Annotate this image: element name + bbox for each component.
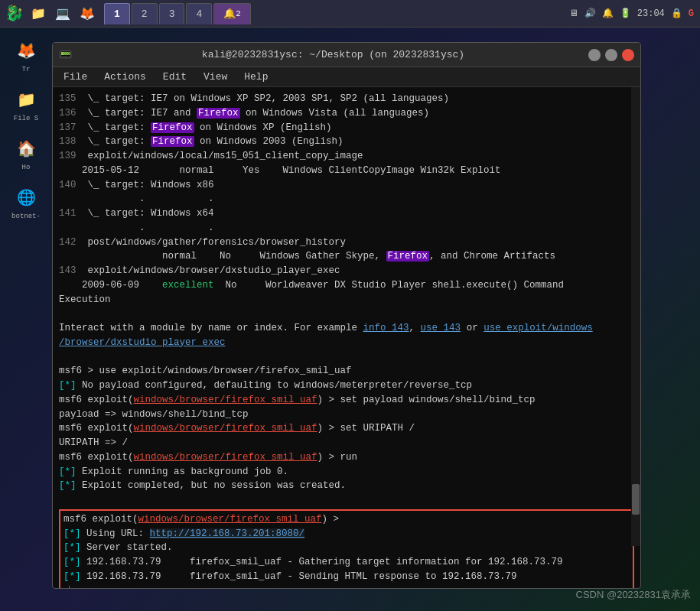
line-exploit2: [*] Exploit completed, but no session wa… [59, 479, 634, 493]
menu-help[interactable]: Help [236, 70, 275, 84]
line-gather: [*] 192.168.73.79 firefox_smil_uaf - Gat… [63, 555, 630, 570]
line-use1: msf6 > use exploit/windows/browser/firef… [59, 364, 634, 379]
line-interact2: /browser/dxstudio_player_exec [59, 336, 634, 350]
line-135: 135 \_ target: IE7 on Windows XP SP2, 20… [59, 92, 634, 106]
line-html: [*] 192.168.73.79 firefox_smil_uaf - Sen… [63, 570, 630, 584]
taskbar-g-icon: G [689, 8, 694, 19]
botnet-icon: 🌐 [12, 184, 40, 211]
watermark: CSDN @20232831袁承承 [576, 588, 691, 602]
exploit-link-1: windows/browser/firefox_smil_uaf [134, 395, 317, 405]
use-link[interactable]: use 143 [421, 323, 461, 333]
sidebar-item-files[interactable]: 📁 File S [3, 83, 49, 125]
line-143c: Execution [59, 293, 634, 307]
exploit-link-3: windows/browser/firefox_smil_uaf [134, 452, 317, 463]
line-prompt1: msf6 exploit(windows/browser/firefox_smi… [63, 512, 630, 527]
terminal-title-icon: 📟 [53, 48, 78, 61]
line-blank1 [59, 307, 634, 321]
red-border-section: msf6 exploit(windows/browser/firefox_smi… [59, 509, 634, 588]
firefox-badge-3: Firefox [151, 136, 194, 147]
line-cursor: █ [63, 584, 630, 589]
terminal-window: 📟 kali@20232831ysc: ~/Desktop (on 202328… [52, 42, 641, 589]
line-run: msf6 exploit(windows/browser/firefox_smi… [59, 450, 634, 465]
tab-2[interactable]: 2 [132, 3, 158, 24]
sidebar-item-home[interactable]: 🏠 Ho [3, 132, 49, 174]
msf-prompt-1: msf6 > use exploit/windows/browser/firef… [59, 366, 352, 376]
terminal-icon[interactable]: 💻 [52, 3, 73, 24]
line-set2: msf6 exploit(windows/browser/firefox_smi… [59, 421, 634, 436]
excellent-text: excellent [162, 280, 214, 291]
sidebar-item-browser[interactable]: 🦊 Tr [3, 34, 49, 76]
sidebar-label-files: File S [14, 115, 38, 122]
url-link[interactable]: http://192.168.73.201:8080/ [150, 528, 305, 539]
exploit-link-2: windows/browser/firefox_smil_uaf [134, 423, 317, 434]
line-url: [*] Using URL: http://192.168.73.201:808… [63, 527, 630, 541]
home-icon: 🏠 [12, 135, 40, 162]
browser-icon: 🦊 [12, 37, 40, 64]
terminal-title: kali@20232831ysc: ~/Desktop (on 20232831… [78, 49, 588, 60]
scroll-thumb[interactable] [632, 484, 640, 515]
taskbar-battery-icon: 🔋 [620, 8, 631, 19]
sidebar: 🦊 Tr 📁 File S 🏠 Ho 🌐 botnet- [0, 28, 52, 611]
line-141-dots: . . [59, 221, 634, 236]
sidebar-label-tr: Tr [22, 66, 31, 73]
firefox-taskbar-icon[interactable]: 🦊 [77, 3, 98, 24]
browser-link[interactable]: /browser/dxstudio_player_exec [59, 337, 226, 348]
terminal-content[interactable]: 135 \_ target: IE7 on Windows XP SP2, 20… [53, 87, 640, 588]
tab-3[interactable]: 3 [159, 3, 185, 24]
tab-1[interactable]: 1 [104, 3, 130, 24]
use-exploit-link[interactable]: use exploit/windows [483, 323, 593, 333]
info-link[interactable]: info 143 [363, 323, 409, 333]
taskbar-left: 🐉 📁 💻 🦊 [0, 3, 101, 24]
line-blank3 [59, 493, 634, 508]
menu-file[interactable]: File [56, 70, 95, 84]
line-143b: 2009-06-09 excellent No Worldweaver DX S… [59, 278, 634, 293]
line-140-dots: . . [59, 192, 634, 206]
line-139b: 2015-05-12 normal Yes Windows ClientCopy… [59, 164, 634, 178]
minimize-button[interactable] [588, 49, 601, 61]
desktop: 🐉 📁 💻 🦊 1 2 3 4 🔔2 🖥 🔊 🔔 🔋 23:04 🔒 G 🦊 T… [0, 0, 700, 611]
line-142b: normal No Windows Gather Skype, Firefox,… [59, 249, 634, 264]
menu-bar: File Actions Edit View Help [53, 67, 640, 87]
menu-view[interactable]: View [196, 70, 235, 84]
firefox-badge-1: Firefox [197, 108, 240, 119]
sidebar-label-home: Ho [22, 164, 31, 171]
line-141: 141 \_ target: Windows x64 [59, 206, 634, 221]
star-cyan-1: [*] [59, 380, 77, 391]
files-sidebar-icon: 📁 [12, 86, 40, 113]
terminal-scrollbar[interactable] [631, 87, 640, 546]
menu-edit[interactable]: Edit [155, 70, 194, 84]
line-136: 136 \_ target: IE7 and Firefox on Window… [59, 106, 634, 121]
kali-menu-icon[interactable]: 🐉 [3, 3, 24, 24]
line-140: 140 \_ target: Windows x86 [59, 178, 634, 193]
menu-actions[interactable]: Actions [96, 70, 154, 84]
taskbar-bell-icon: 🔔 [602, 8, 614, 19]
line-139a: 139 exploit/windows/local/ms15_051_clien… [59, 149, 634, 164]
taskbar-monitor-icon: 🖥 [569, 8, 578, 19]
tab-highlighted[interactable]: 🔔2 [213, 3, 251, 24]
line-137: 137 \_ target: Firefox on Windows XP (En… [59, 121, 634, 135]
line-blank2 [59, 350, 634, 365]
files-icon[interactable]: 📁 [28, 3, 49, 24]
taskbar-tabs: 1 2 3 4 🔔2 [104, 3, 251, 24]
line-138: 138 \_ target: Firefox on Windows 2003 (… [59, 135, 634, 149]
line-server: [*] Server started. [63, 541, 630, 555]
taskbar-time: 23:04 [637, 8, 665, 19]
line-payload-arrow: payload => windows/shell/bind_tcp [59, 408, 634, 422]
sidebar-item-botnet[interactable]: 🌐 botnet- [3, 180, 49, 223]
tab-4[interactable]: 4 [186, 3, 212, 24]
line-interact: Interact with a module by name or index.… [59, 321, 634, 336]
taskbar-right: 🖥 🔊 🔔 🔋 23:04 🔒 G [569, 8, 700, 19]
firefox-badge-4: Firefox [386, 251, 430, 262]
line-142a: 142 post/windows/gather/forensics/browse… [59, 236, 634, 250]
taskbar: 🐉 📁 💻 🦊 1 2 3 4 🔔2 🖥 🔊 🔔 🔋 23:04 🔒 G [0, 0, 700, 28]
line-nopayload: [*] No payload configured, defaulting to… [59, 379, 634, 393]
title-bar: 📟 kali@20232831ysc: ~/Desktop (on 202328… [53, 43, 640, 67]
maximize-button[interactable] [605, 49, 617, 61]
line-143a: 143 exploit/windows/browser/dxstudio_pla… [59, 264, 634, 278]
firefox-badge-2: Firefox [151, 122, 194, 133]
close-button[interactable] [622, 49, 634, 61]
line-exploit1: [*] Exploit running as background job 0. [59, 465, 634, 479]
line-set1: msf6 exploit(windows/browser/firefox_smi… [59, 393, 634, 408]
taskbar-sound-icon: 🔊 [584, 8, 596, 19]
line-uri-arrow: URIPATH => / [59, 436, 634, 450]
